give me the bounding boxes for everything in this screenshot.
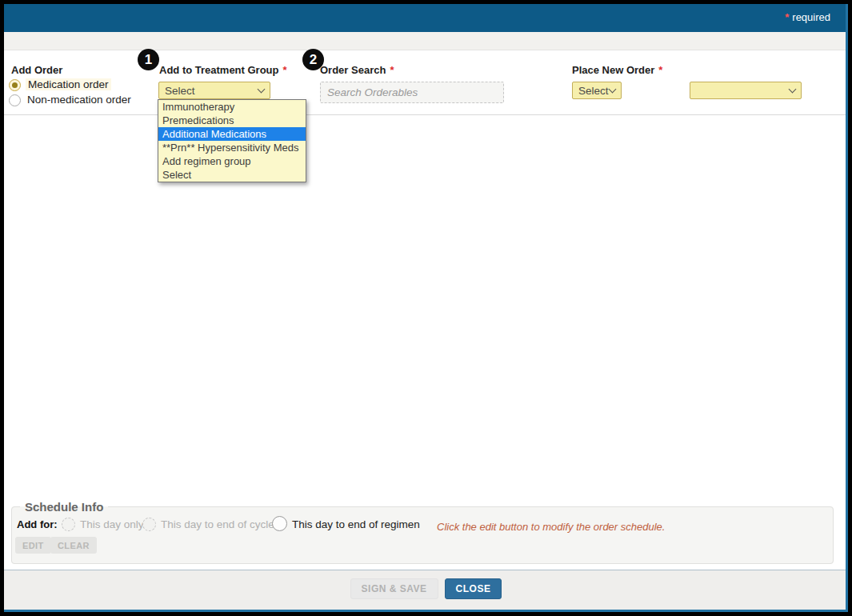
radio-this-day-only xyxy=(62,518,75,531)
schedule-info-legend: Schedule Info xyxy=(20,500,108,514)
required-note: *required xyxy=(781,11,830,23)
dropdown-option-add-regimen-group[interactable]: Add regimen group xyxy=(158,154,306,168)
treatment-group-dropdown: Immunotherapy Premedications Additional … xyxy=(158,99,306,182)
sign-and-save-button[interactable]: SIGN & SAVE xyxy=(350,578,438,599)
add-order-label: Add Order xyxy=(11,64,62,76)
dropdown-option-select[interactable]: Select xyxy=(158,168,306,182)
order-search-required-asterisk: * xyxy=(390,64,394,76)
footer-bar: SIGN & SAVE CLOSE xyxy=(4,570,848,610)
window-bottom-border xyxy=(4,610,848,612)
chevron-down-icon xyxy=(609,86,617,94)
clear-button[interactable]: CLEAR xyxy=(50,537,97,554)
radio-this-day-to-end-of-regimen[interactable] xyxy=(272,516,287,531)
toolbar-strip xyxy=(4,32,848,50)
required-asterisk: * xyxy=(785,11,789,23)
place-new-order-label: Place New Order* xyxy=(572,64,662,76)
order-search-input[interactable] xyxy=(320,82,504,103)
place-new-order-select[interactable]: Select xyxy=(572,82,622,99)
chevron-down-icon xyxy=(258,86,266,94)
schedule-note: Click the edit button to modify the orde… xyxy=(437,521,665,533)
treatment-group-required-asterisk: * xyxy=(283,64,287,76)
radio-this-day-to-end-of-cycle-label: This day to end of cycle xyxy=(161,518,274,530)
radio-medication-order-label: Medication order xyxy=(26,78,111,90)
radio-this-day-to-end-of-cycle xyxy=(142,518,156,531)
dropdown-option-prn-hypersensitivity-meds[interactable]: **Prn** Hypersensitivity Meds xyxy=(158,141,306,154)
title-bar: *required xyxy=(4,4,848,32)
window-right-border xyxy=(846,4,848,612)
treatment-group-select[interactable]: Select xyxy=(158,82,270,99)
callout-2-badge: 2 xyxy=(302,49,324,70)
dropdown-option-premedications[interactable]: Premedications xyxy=(158,114,306,127)
radio-this-day-only-label: This day only xyxy=(80,518,144,530)
order-search-label: Order Search* xyxy=(320,64,394,76)
edit-button[interactable]: EDIT xyxy=(15,537,51,554)
secondary-select[interactable] xyxy=(690,82,802,99)
radio-medication-order[interactable] xyxy=(9,79,21,91)
order-search-label-text: Order Search xyxy=(320,64,386,76)
treatment-group-select-value: Select xyxy=(165,85,195,97)
treatment-group-label-text: Add to Treatment Group xyxy=(159,64,279,76)
chevron-down-icon xyxy=(789,86,797,94)
callout-1-badge: 1 xyxy=(138,49,159,70)
dropdown-option-immunotherapy[interactable]: Immunotherapy xyxy=(158,100,306,114)
close-button[interactable]: CLOSE xyxy=(445,578,502,599)
radio-this-day-to-end-of-regimen-label: This day to end of regimen xyxy=(292,518,420,530)
place-new-order-select-value: Select xyxy=(578,85,609,97)
radio-non-medication-order[interactable] xyxy=(9,94,21,106)
radio-non-medication-order-label: Non-medication order xyxy=(27,94,131,106)
add-for-label: Add for: xyxy=(17,518,58,530)
required-label: required xyxy=(792,11,830,23)
place-new-order-required-asterisk: * xyxy=(658,64,662,76)
treatment-group-label: Add to Treatment Group* xyxy=(159,64,287,76)
schedule-info-panel: Schedule Info Add for: This day only Thi… xyxy=(11,500,834,564)
content-divider xyxy=(4,114,846,115)
order-entry-dialog: *required Add Order Medication order Non… xyxy=(4,4,848,612)
place-new-order-label-text: Place New Order xyxy=(572,64,654,76)
dropdown-option-additional-medications[interactable]: Additional Medications xyxy=(158,127,306,141)
